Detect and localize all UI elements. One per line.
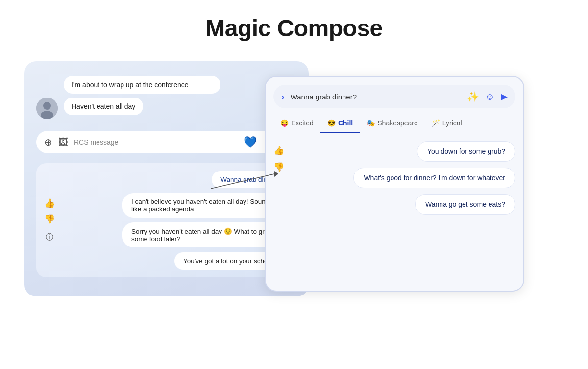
suggestions-panel: Wanna grab dinner? 👍 👎 ⓘ I can't believe… bbox=[36, 163, 297, 277]
page-title: Magic Compose bbox=[205, 15, 383, 42]
right-suggestion-3[interactable]: Wanna go get some eats? bbox=[415, 194, 515, 215]
right-input-text[interactable]: Wanna grab dinner? bbox=[291, 93, 461, 101]
received-bubble-2: Haven't eaten all day bbox=[64, 98, 143, 115]
avatar bbox=[36, 98, 58, 119]
right-feedback-icons: 👍 👎 bbox=[273, 141, 284, 215]
right-input-bar: › Wanna grab dinner? ✨ ☺ ▶ bbox=[273, 85, 515, 108]
tab-excited[interactable]: 😝 Excited bbox=[273, 114, 320, 133]
right-input-icons: ✨ ☺ ▶ bbox=[467, 91, 508, 102]
attach-icon[interactable]: 🖼 bbox=[58, 137, 68, 148]
received-messages: I'm about to wrap up at the conference H… bbox=[36, 76, 297, 119]
feedback-column: 👍 👎 ⓘ bbox=[44, 193, 55, 270]
right-thumbdown-icon[interactable]: 👎 bbox=[273, 162, 284, 172]
thumbdown-icon[interactable]: 👎 bbox=[44, 214, 55, 224]
tab-chill[interactable]: 😎 Chill bbox=[320, 114, 360, 133]
add-icon[interactable]: ⊕ bbox=[44, 136, 52, 148]
suggestion-bubble-1[interactable]: I can't believe you haven't eaten all da… bbox=[122, 193, 289, 218]
suggestion-bubbles: I can't believe you haven't eaten all da… bbox=[59, 193, 289, 270]
emoji-icon-right[interactable]: ☺ bbox=[485, 91, 495, 102]
suggestions-with-feedback: 👍 👎 ⓘ I can't believe you haven't eaten … bbox=[44, 193, 289, 270]
rcs-input-bar: ⊕ 🖼 RCS message 💙 ☺ 🎙 bbox=[36, 131, 297, 153]
tabs-row: 😝 Excited 😎 Chill 🎭 Shakespeare 🪄 Lyrica… bbox=[266, 114, 523, 133]
received-bubble-1: I'm about to wrap up at the conference bbox=[64, 76, 220, 94]
info-icon[interactable]: ⓘ bbox=[46, 232, 53, 243]
magic-wand-icon[interactable]: ✨ bbox=[467, 91, 479, 102]
right-panel: › Wanna grab dinner? ✨ ☺ ▶ 😝 Excited 😎 C… bbox=[265, 76, 524, 292]
right-suggestion-2[interactable]: What's good for dinner? I'm down for wha… bbox=[353, 168, 515, 188]
right-suggestions: 👍 👎 You down for some grub? What's good … bbox=[266, 141, 523, 222]
right-thumbup-icon[interactable]: 👍 bbox=[273, 145, 284, 156]
thumbup-icon[interactable]: 👍 bbox=[44, 198, 55, 209]
received-bubbles: Haven't eaten all day bbox=[64, 98, 143, 115]
svg-point-1 bbox=[43, 102, 51, 110]
tab-lyrical[interactable]: 🪄 Lyrical bbox=[425, 114, 469, 133]
rcs-input-text[interactable]: RCS message bbox=[74, 138, 238, 146]
send-icon[interactable]: ▶ bbox=[501, 91, 508, 102]
chevron-icon[interactable]: › bbox=[281, 91, 285, 102]
right-suggestion-bubbles: You down for some grub? What's good for … bbox=[290, 141, 515, 215]
suggestion-bubble-2[interactable]: Sorry you haven't eaten all day 😟 What t… bbox=[122, 222, 289, 247]
received-msg-group: Haven't eaten all day bbox=[36, 98, 297, 119]
tab-shakespeare[interactable]: 🎭 Shakespeare bbox=[360, 114, 425, 133]
magic-heart-icon[interactable]: 💙 bbox=[244, 136, 257, 148]
right-suggestion-1[interactable]: You down for some grub? bbox=[417, 141, 515, 162]
main-content: I'm about to wrap up at the conference H… bbox=[24, 61, 564, 296]
